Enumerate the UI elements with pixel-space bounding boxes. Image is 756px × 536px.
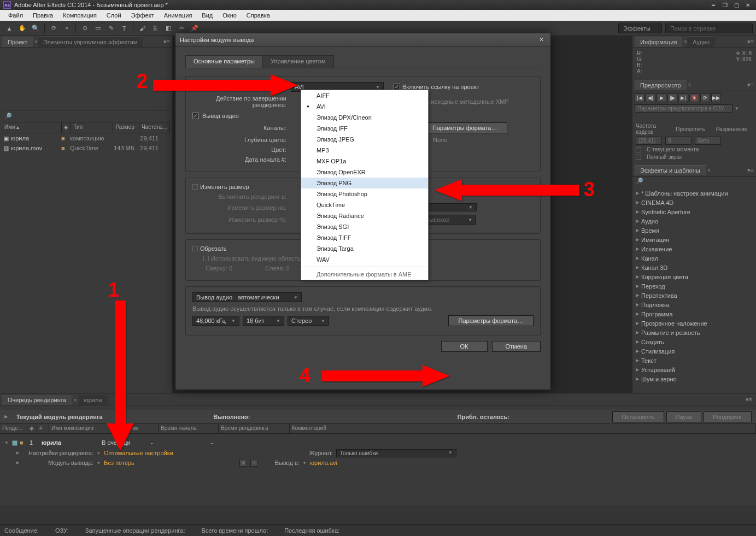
effects-category-item[interactable]: ▶Аудио [632,216,756,226]
audio-output-select[interactable]: Вывод аудио - автоматически▼ [192,292,302,302]
col-name[interactable]: Имя ▴ [2,122,62,133]
tab-effect-controls[interactable]: Элементы управления эффектам [38,37,143,47]
format-dropdown-item[interactable]: AIFF [301,90,428,101]
effects-category-item[interactable]: ▶* Шаблоны настроек анимации [632,189,756,198]
format-dropdown-item[interactable]: Эпизод PNG [301,178,428,189]
fullscreen-checkbox[interactable] [636,155,641,160]
format-dropdown-item[interactable]: Эпизод Targa [301,243,428,254]
close-tab-icon[interactable]: × [72,396,79,405]
clone-tool-icon[interactable]: ⎘ [149,22,161,34]
close-tab-icon[interactable]: × [688,82,691,88]
stop-button[interactable]: Остановить [612,411,664,422]
col-rtime[interactable]: Время рендеринга [219,424,290,433]
format-dropdown-item[interactable]: MP3 [301,145,428,156]
format-dropdown-item[interactable]: Эпизод JPEG [301,134,428,145]
effects-category-item[interactable]: ▶Устаревший [632,365,756,374]
hand-tool-icon[interactable]: ✋ [16,22,28,34]
project-item-row[interactable]: ▥ юрила.mov ■ QuickTime 143 МБ 29,411 [2,143,170,153]
menu-composition[interactable]: Композиция [58,11,102,20]
effects-category-item[interactable]: ▶Имитация [632,235,756,244]
dialog-tab-main[interactable]: Основные параметры [185,55,263,68]
pen-tool-icon[interactable]: ✎ [105,22,117,34]
tab-project[interactable]: Проект [2,37,33,47]
tab-audio[interactable]: Аудио [687,37,715,47]
output-file-link[interactable]: юрила.avi [310,460,337,466]
dialog-tab-color[interactable]: Управление цветом [262,55,334,68]
prev-frame-icon[interactable]: ◀| [646,93,655,102]
col-label-icon[interactable]: ◈ [62,122,72,133]
menu-animation[interactable]: Анимация [159,11,197,20]
format-dropdown-item[interactable]: AVI [301,101,428,112]
ok-button[interactable]: ОК [441,341,488,352]
menu-window[interactable]: Окно [218,11,242,20]
effects-category-item[interactable]: ▶CINEMA 4D [632,198,756,207]
format-dropdown-item[interactable]: QuickTime [301,199,428,210]
col-render[interactable]: Ренде… [0,424,27,433]
effects-category-item[interactable]: ▶Время [632,226,756,235]
effects-category-item[interactable]: ▶Стилизация [632,346,756,356]
workspace-select[interactable]: Эффекты [618,23,662,33]
tab-preview[interactable]: Предпросмотр [635,80,687,90]
col-size[interactable]: Размер [113,122,139,133]
cancel-button[interactable]: Отмена [492,341,541,352]
audio-format-options-button[interactable]: Параметры формата… [448,315,534,326]
menu-view[interactable]: Вид [197,11,218,20]
crop-left-value[interactable]: 0 [286,265,289,272]
from-current-checkbox[interactable] [636,147,641,152]
menu-help[interactable]: Справка [242,11,275,20]
maximize-button[interactable]: ▢ [731,2,741,8]
video-output-checkbox[interactable]: ✓ [192,113,199,119]
format-dropdown-item[interactable]: Эпизод Photoshop [301,189,428,199]
mute-icon[interactable]: 🔇 [689,93,699,102]
zoom-tool-icon[interactable]: 🔍 [30,22,42,34]
col-freq[interactable]: Частота… [139,122,170,133]
tab-info[interactable]: Информация [635,37,682,47]
crop-top-value[interactable]: 0 [229,265,232,272]
effects-category-item[interactable]: ▶Канал 3D [632,263,756,272]
effects-category-item[interactable]: ▶Создать [632,337,756,346]
frame-rate-value[interactable]: (29,41) [636,137,662,145]
audio-channels-select[interactable]: Стерео▼ [288,316,329,326]
effects-category-item[interactable]: ▶Перспектива [632,291,756,300]
effects-category-item[interactable]: ▶Коррекция цвета [632,272,756,281]
help-search-input[interactable]: Поиск в справке [665,23,753,33]
resolution-value[interactable]: Авто [695,137,721,145]
eraser-tool-icon[interactable]: ◧ [162,22,174,34]
ram-preview-options-select[interactable]: Параметры предпросмотра в ОЗУ [635,104,732,113]
effects-category-item[interactable]: ▶Текст [632,356,756,365]
format-dropdown-item[interactable]: MXF OP1a [301,156,428,167]
search-icon[interactable]: 🔎 [636,178,643,184]
panel-menu-icon[interactable]: ▾≡ [163,38,170,45]
panel-menu-icon[interactable]: ▾≡ [747,81,754,89]
pause-button[interactable]: Пауза [666,411,702,422]
rect-tool-icon[interactable]: ▭ [92,22,104,34]
format-dropdown-item[interactable]: WAV [301,254,428,265]
effects-category-item[interactable]: ▶Подложка [632,300,756,309]
goto-start-icon[interactable]: |◀ [635,93,644,102]
format-dropdown-item[interactable]: Эпизод Radiance [301,210,428,221]
tab-effects[interactable]: Эффекты и шаблоны [635,165,706,175]
resize-quality-select[interactable]: Высокое▼ [421,215,476,225]
render-button[interactable]: Рендеринг [704,411,752,422]
brush-tool-icon[interactable]: 🖌 [136,22,148,34]
crop-checkbox[interactable] [192,246,198,251]
col-num[interactable]: # [37,424,49,433]
effects-category-item[interactable]: ▶Шум и зерно [632,374,756,384]
ram-preview-icon[interactable]: ▶▶ [711,93,721,102]
goto-end-icon[interactable]: ▶| [678,93,688,102]
format-options-button[interactable]: Параметры формата… [422,122,507,133]
text-tool-icon[interactable]: T [118,22,130,34]
rotate-tool-icon[interactable]: ⟳ [48,22,60,34]
format-dropdown-item[interactable]: Эпизод OpenEXR [301,167,428,178]
anchor-tool-icon[interactable]: ⊙ [79,22,91,34]
effects-category-item[interactable]: ▶Искажение [632,244,756,254]
audio-khz-select[interactable]: 48,000 кГц▼ [192,316,239,326]
col-label-icon[interactable]: ◈ [27,424,37,433]
effects-category-item[interactable]: ▶Программа [632,309,756,319]
render-enabled-checkbox[interactable] [12,440,17,446]
menu-layer[interactable]: Слой [102,11,126,20]
format-dropdown-item[interactable]: Эпизод DPX/Cineon [301,112,428,123]
menu-effect[interactable]: Эффект [126,11,159,20]
use-region-checkbox[interactable] [203,256,209,261]
restore-button[interactable]: ❐ [720,2,730,8]
